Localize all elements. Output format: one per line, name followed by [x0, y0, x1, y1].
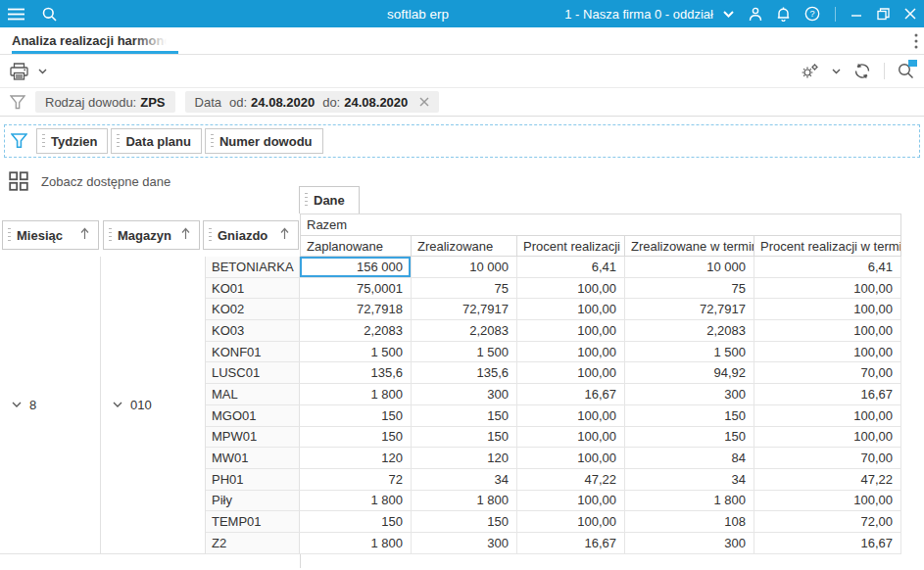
data-cell[interactable]: 120: [300, 448, 412, 469]
dropzone-field-chip[interactable]: Numer dowodu: [205, 128, 323, 154]
grid-icon[interactable]: [9, 171, 28, 191]
data-cell[interactable]: 1 500: [300, 342, 412, 363]
field-box-miesiac[interactable]: Miesiąc: [2, 220, 99, 250]
row-header-gniazdo[interactable]: LUSC01: [206, 362, 300, 384]
data-cell[interactable]: 300: [412, 533, 517, 554]
company-selector[interactable]: 1 - Nasza firma 0 - oddział: [564, 7, 734, 22]
column-header[interactable]: Procent realizacji: [517, 236, 625, 256]
data-cell[interactable]: 100,00: [754, 427, 901, 449]
data-cell[interactable]: 16,67: [517, 384, 625, 405]
data-cell[interactable]: 100,00: [517, 362, 625, 384]
data-cell[interactable]: 70,00: [754, 362, 901, 384]
data-cell[interactable]: 70,00: [754, 448, 901, 469]
data-cell[interactable]: 10 000: [412, 257, 517, 278]
kebab-icon[interactable]: [914, 33, 918, 49]
row-header-gniazdo[interactable]: KO03: [206, 320, 300, 342]
printer-chevron-down-icon[interactable]: [38, 69, 47, 74]
data-cell[interactable]: 100,00: [754, 491, 901, 512]
data-cell[interactable]: 100,00: [754, 405, 901, 427]
row-header-gniazdo[interactable]: KO02: [206, 299, 300, 320]
bell-icon[interactable]: [777, 7, 790, 22]
data-cell[interactable]: 100,00: [517, 427, 625, 449]
column-header[interactable]: Zaplanowane: [300, 236, 412, 256]
row-header-gniazdo[interactable]: KONF01: [206, 342, 300, 363]
data-cell[interactable]: 1 800: [300, 533, 412, 554]
group-header-razem[interactable]: Razem: [300, 214, 901, 235]
data-cell[interactable]: 300: [412, 384, 517, 405]
row-header-gniazdo[interactable]: MW01: [206, 448, 300, 469]
dropzone-field-chip[interactable]: Tydzien: [36, 128, 108, 154]
menu-icon[interactable]: [8, 8, 24, 21]
row-header-gniazdo[interactable]: MAL: [206, 384, 300, 405]
data-cell[interactable]: 100,00: [517, 320, 625, 342]
row-header-gniazdo[interactable]: PH01: [206, 469, 300, 491]
printer-icon[interactable]: [10, 63, 28, 80]
row-header-gniazdo[interactable]: Piły: [206, 491, 300, 512]
data-cell[interactable]: 72: [300, 469, 412, 491]
data-cell[interactable]: 72,7917: [625, 299, 754, 320]
data-cell[interactable]: 150: [300, 405, 412, 427]
data-cell[interactable]: 1 800: [300, 384, 412, 405]
row-header-gniazdo[interactable]: Z2: [206, 533, 300, 554]
data-cell[interactable]: 100,00: [517, 491, 625, 512]
data-cell[interactable]: 100,00: [517, 405, 625, 427]
selected-data-cell[interactable]: 156 000: [300, 257, 412, 278]
data-cell[interactable]: 150: [625, 427, 754, 449]
data-cell[interactable]: 108: [625, 511, 754, 533]
data-cell[interactable]: 2,2083: [412, 320, 517, 342]
data-cell[interactable]: 2,2083: [300, 320, 412, 342]
data-cell[interactable]: 120: [412, 448, 517, 469]
data-cell[interactable]: 100,00: [517, 511, 625, 533]
data-cell[interactable]: 16,67: [754, 533, 901, 554]
remove-filter-icon[interactable]: [419, 97, 429, 107]
gear-icon[interactable]: [800, 63, 819, 80]
data-cell[interactable]: 135,6: [300, 362, 412, 384]
data-cell[interactable]: 6,41: [754, 257, 901, 278]
data-cell[interactable]: 100,00: [754, 320, 901, 342]
data-cell[interactable]: 100,00: [754, 342, 901, 363]
group-cell-warehouse[interactable]: 010: [101, 257, 206, 554]
data-cell[interactable]: 1 500: [625, 342, 754, 363]
table-search-icon[interactable]: [898, 63, 914, 79]
data-cell[interactable]: 10 000: [625, 257, 754, 278]
data-cell[interactable]: 75: [412, 278, 517, 300]
data-cell[interactable]: 150: [412, 427, 517, 449]
data-cell[interactable]: 135,6: [412, 362, 517, 384]
data-cell[interactable]: 34: [625, 469, 754, 491]
row-header-gniazdo[interactable]: MGO01: [206, 405, 300, 427]
data-cell[interactable]: 47,22: [517, 469, 625, 491]
close-icon[interactable]: [904, 8, 916, 20]
field-box-magazyn[interactable]: Magazyn: [103, 220, 200, 250]
data-cell[interactable]: 100,00: [517, 342, 625, 363]
field-box-gniazdo[interactable]: Gniazdo: [203, 220, 299, 250]
dropzone-field-chip[interactable]: Data planu: [111, 128, 201, 154]
data-cell[interactable]: 100,00: [754, 299, 901, 320]
data-cell[interactable]: 6,41: [517, 257, 625, 278]
data-cell[interactable]: 2,2083: [625, 320, 754, 342]
data-cell[interactable]: 150: [625, 405, 754, 427]
data-cell[interactable]: 300: [625, 384, 754, 405]
help-icon[interactable]: ?: [804, 6, 820, 22]
data-cell[interactable]: 1 800: [300, 491, 412, 512]
user-icon[interactable]: [749, 7, 762, 22]
search-icon[interactable]: [42, 7, 57, 22]
data-cell[interactable]: 72,7917: [412, 299, 517, 320]
row-header-gniazdo[interactable]: TEMP01: [206, 511, 300, 533]
data-cell[interactable]: 16,67: [754, 384, 901, 405]
data-cell[interactable]: 1 800: [412, 491, 517, 512]
data-cell[interactable]: 1 500: [412, 342, 517, 363]
gear-chevron-down-icon[interactable]: [832, 69, 841, 74]
data-cell[interactable]: 75: [625, 278, 754, 300]
group-cell-month[interactable]: 8: [0, 257, 101, 554]
row-header-gniazdo[interactable]: MPW01: [206, 427, 300, 449]
filter-chip-rodzaj-dowodu[interactable]: Rodzaj dowodu: ZPS: [35, 91, 175, 113]
data-cell[interactable]: 16,67: [517, 533, 625, 554]
minimize-icon[interactable]: [851, 8, 862, 20]
data-field-chip[interactable]: Dane: [299, 186, 360, 214]
available-data-label[interactable]: Zobacz dostępne dane: [41, 174, 170, 189]
filter-chip-data[interactable]: Data od: 24.08.2020 do: 24.08.2020: [185, 91, 440, 113]
data-cell[interactable]: 100,00: [754, 278, 901, 300]
data-cell[interactable]: 100,00: [517, 278, 625, 300]
column-header[interactable]: Zrealizowane: [412, 236, 517, 256]
data-cell[interactable]: 1 800: [625, 491, 754, 512]
